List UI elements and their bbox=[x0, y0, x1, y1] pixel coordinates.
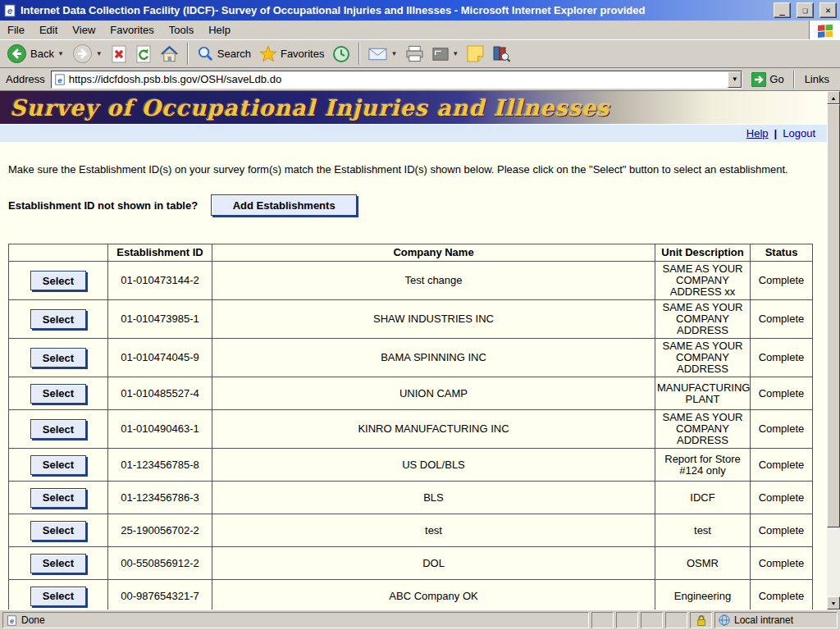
company-name-cell: Test change bbox=[212, 262, 655, 300]
status-empty-pane bbox=[616, 612, 638, 628]
select-button[interactable]: Select bbox=[30, 587, 86, 606]
mail-button[interactable]: ▼ bbox=[365, 46, 400, 62]
forward-dropdown-icon: ▼ bbox=[96, 50, 103, 57]
links-label[interactable]: Links bbox=[800, 73, 834, 85]
address-field[interactable]: e https://idcfdosh.psb.bls.gov/OSH/saveL… bbox=[51, 71, 743, 89]
select-button[interactable]: Select bbox=[30, 419, 86, 439]
select-cell: Select bbox=[9, 377, 108, 410]
select-button[interactable]: Select bbox=[30, 488, 86, 508]
back-dropdown-icon: ▼ bbox=[57, 50, 64, 57]
unit-description-cell: MANUFACTURING PLANT bbox=[655, 377, 751, 410]
status-text: Done bbox=[21, 614, 45, 626]
help-bar: Help | Logout bbox=[0, 124, 827, 142]
select-button[interactable]: Select bbox=[30, 271, 86, 290]
select-cell: Select bbox=[9, 580, 108, 610]
select-button[interactable]: Select bbox=[30, 554, 86, 573]
menu-help[interactable]: Help bbox=[201, 21, 238, 39]
edit-button[interactable]: ▼ bbox=[429, 45, 462, 63]
header-status: Status bbox=[751, 244, 813, 262]
company-name-cell: BAMA SPINNING INC bbox=[212, 339, 655, 377]
select-button[interactable]: Select bbox=[30, 455, 86, 475]
vertical-scrollbar[interactable]: ▲ ▼ bbox=[827, 91, 840, 609]
research-button[interactable] bbox=[489, 43, 514, 64]
add-establishments-button[interactable]: Add Establishments bbox=[211, 194, 357, 216]
restore-button[interactable]: ❏ bbox=[797, 2, 814, 18]
edit-dropdown-icon: ▼ bbox=[452, 50, 459, 57]
address-dropdown-button[interactable]: ▼ bbox=[728, 71, 742, 88]
select-cell: Select bbox=[9, 300, 108, 339]
menubar-spacer bbox=[238, 21, 809, 39]
address-url[interactable]: https://idcfdosh.psb.bls.gov/OSH/saveLdb… bbox=[69, 73, 725, 85]
establishment-id-cell: 00-987654321-7 bbox=[108, 580, 212, 610]
select-cell: Select bbox=[9, 449, 108, 482]
prompt-text: Establishment ID not shown in table? bbox=[8, 199, 198, 212]
establishment-id-cell: 00-550856912-2 bbox=[108, 547, 212, 580]
status-done-pane: e Done bbox=[2, 612, 589, 628]
nav-separator: | bbox=[774, 127, 778, 139]
table-row: Select01-010490463-1KINRO MANUFACTURING … bbox=[9, 410, 813, 449]
select-cell: Select bbox=[9, 514, 108, 547]
minimize-button[interactable]: _ bbox=[774, 2, 791, 18]
menu-favorites[interactable]: Favorites bbox=[103, 21, 161, 39]
select-button[interactable]: Select bbox=[30, 309, 86, 329]
menu-tools[interactable]: Tools bbox=[162, 21, 201, 39]
status-cell: Complete bbox=[751, 377, 813, 410]
menu-file[interactable]: File bbox=[0, 21, 32, 39]
toolbar: Back ▼ ▼ Sea bbox=[0, 40, 840, 68]
instructions-text: Make sure the Establishment ID(s) on you… bbox=[8, 163, 802, 176]
search-button[interactable]: Search bbox=[194, 43, 254, 64]
menu-edit[interactable]: Edit bbox=[32, 21, 65, 39]
company-name-cell: UNION CAMP bbox=[212, 377, 655, 410]
logout-link[interactable]: Logout bbox=[783, 127, 815, 139]
table-row: Select01-123456786-3BLSIDCFComplete bbox=[9, 482, 813, 514]
forward-button[interactable]: ▼ bbox=[69, 42, 106, 66]
toolbar-separator bbox=[358, 43, 360, 65]
scrollbar-track[interactable] bbox=[827, 527, 840, 596]
scroll-up-icon[interactable]: ▲ bbox=[827, 91, 840, 104]
establishment-id-cell: 01-010473144-2 bbox=[108, 262, 212, 300]
search-label: Search bbox=[217, 48, 251, 60]
establishment-table-body: Select01-010473144-2Test changeSAME AS Y… bbox=[9, 262, 813, 610]
establishment-id-cell: 01-010474045-9 bbox=[108, 339, 212, 377]
history-icon bbox=[332, 45, 350, 63]
links-separator bbox=[793, 71, 795, 89]
stop-button[interactable] bbox=[107, 43, 130, 65]
print-button[interactable] bbox=[402, 43, 427, 64]
go-button[interactable]: Go bbox=[748, 71, 787, 89]
select-button[interactable]: Select bbox=[30, 348, 86, 368]
discuss-button[interactable] bbox=[463, 43, 487, 64]
select-button[interactable]: Select bbox=[30, 521, 86, 541]
scrollbar-thumb[interactable] bbox=[827, 104, 840, 527]
print-icon bbox=[405, 45, 424, 62]
status-empty-pane bbox=[665, 612, 687, 628]
stop-icon bbox=[111, 45, 127, 63]
back-button[interactable]: Back ▼ bbox=[3, 42, 67, 66]
unit-description-cell: SAME AS YOUR COMPANY ADDRESS bbox=[655, 300, 751, 339]
mail-dropdown-icon: ▼ bbox=[390, 50, 397, 57]
status-bar: e Done Local intranet bbox=[0, 609, 840, 630]
status-cell: Complete bbox=[751, 410, 813, 449]
status-empty-pane bbox=[641, 612, 663, 628]
scroll-down-icon[interactable]: ▼ bbox=[827, 596, 840, 609]
select-button[interactable]: Select bbox=[30, 384, 86, 404]
address-bar: Address e https://idcfdosh.psb.bls.gov/O… bbox=[0, 68, 840, 91]
table-row: Select00-987654321-7ABC Company OKEngine… bbox=[9, 580, 813, 610]
favorites-button[interactable]: Favorites bbox=[256, 43, 327, 64]
help-link[interactable]: Help bbox=[746, 127, 769, 139]
establishment-id-cell: 01-123456786-3 bbox=[108, 482, 212, 514]
go-label: Go bbox=[769, 73, 783, 85]
unit-description-cell: IDCF bbox=[655, 482, 751, 514]
refresh-button[interactable] bbox=[132, 43, 155, 65]
search-icon bbox=[197, 45, 214, 62]
home-button[interactable] bbox=[157, 43, 182, 65]
close-button[interactable]: ✕ bbox=[819, 2, 837, 18]
svg-text:e: e bbox=[10, 616, 14, 624]
back-icon bbox=[7, 43, 27, 64]
menu-view[interactable]: View bbox=[65, 21, 103, 39]
history-button[interactable] bbox=[329, 43, 354, 65]
status-lock-pane bbox=[690, 612, 712, 628]
select-cell: Select bbox=[9, 547, 108, 580]
status-cell: Complete bbox=[751, 482, 813, 514]
svg-text:e: e bbox=[7, 6, 12, 16]
establishment-id-cell: 01-010473985-1 bbox=[108, 300, 212, 339]
